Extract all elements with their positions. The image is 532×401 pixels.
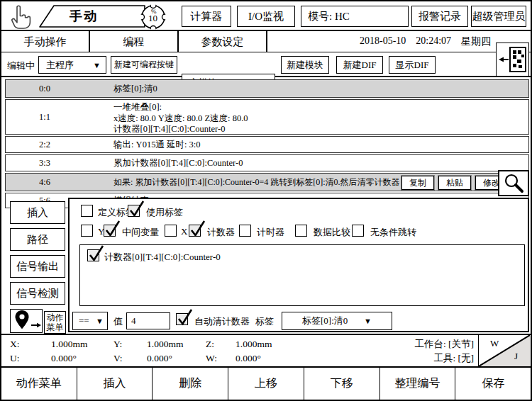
- use-label-checkbox[interactable]: [128, 205, 140, 217]
- program-row[interactable]: 1:1 一堆堆叠[0]: x速度: 80.0 Y速度: 80.0 Z速度: 80…: [5, 99, 529, 135]
- check-icon: [189, 220, 206, 239]
- move-up-button[interactable]: 上移: [228, 368, 304, 400]
- datetime: 2018-05-10 20:24:07 星期四: [360, 35, 491, 48]
- renumber-button[interactable]: 整理编号: [380, 368, 456, 400]
- new-dif-button[interactable]: 新建DIF: [336, 56, 383, 74]
- row-text: 标签[0]:清0: [113, 83, 157, 95]
- program-step-list: 0:0 标签[0]:清0 1:1 一堆堆叠[0]: x速度: 80.0 Y速度:…: [5, 78, 529, 200]
- position-pin-button[interactable]: [10, 309, 43, 333]
- paste-button[interactable]: 粘贴: [438, 176, 471, 190]
- x-checkbox[interactable]: [165, 225, 177, 237]
- program-row[interactable]: 2:2 输出: Y015通 延时: 3:0: [5, 136, 529, 153]
- row-index: 1:1: [6, 100, 84, 134]
- save-button[interactable]: 保存: [455, 368, 531, 400]
- uncond-jump-text: 无条件跳转: [370, 226, 416, 239]
- uncond-jump-checkbox[interactable]: [352, 225, 364, 237]
- row-index: 2:2: [6, 137, 84, 152]
- model-field[interactable]: 模号: HC: [301, 6, 409, 27]
- use-label-text: 使用标签: [146, 206, 183, 219]
- value-input[interactable]: [126, 312, 170, 329]
- chevron-down-icon: ▼: [364, 317, 372, 325]
- frame-j-label: J: [514, 351, 518, 362]
- copy-button[interactable]: 复制: [401, 176, 434, 190]
- row-text: 如果: 累加计数器[0][T:4][C:0]:Counter-0=4 跳转到标签…: [113, 176, 400, 188]
- worktable-tool-status: 工作台: [关节] 工具: [无]: [414, 337, 474, 366]
- x-axis-value: 1.000mm: [51, 339, 87, 350]
- mode-label: 手动: [70, 8, 98, 25]
- speed-value: 10: [148, 13, 157, 24]
- insert-side-button[interactable]: 插入: [10, 201, 65, 224]
- arrow-to-grid-icon: [498, 45, 528, 74]
- program-dropdown[interactable]: 主程序 ▼: [38, 56, 106, 74]
- hand-icon: [7, 4, 34, 33]
- data-compare-checkbox[interactable]: [295, 225, 307, 237]
- date-text: 2018-05-10: [360, 35, 406, 48]
- row-line: 一堆堆叠[0]:: [113, 102, 248, 113]
- data-compare-text: 数据比较: [314, 226, 350, 239]
- program-row-selected[interactable]: 4:6 如果: 累加计数器[0][T:4][C:0]:Counter-0=4 跳…: [5, 173, 529, 191]
- show-dif-button[interactable]: 显示DIF: [389, 56, 436, 74]
- coord-frame-toggle[interactable]: W J: [478, 335, 529, 366]
- w-axis-value: 0.000°: [235, 353, 261, 364]
- row-text: 累加计数器[0][T:4][C:0]:Counter-0: [113, 157, 243, 169]
- dock-panel-button[interactable]: [496, 43, 529, 77]
- timer-checkbox[interactable]: [239, 225, 251, 237]
- chevron-down-icon: ▼: [96, 317, 104, 325]
- insert-button[interactable]: 插入: [77, 368, 153, 400]
- auto-clear-checkbox[interactable]: [176, 313, 188, 325]
- label-caption: 标签: [255, 315, 274, 328]
- v-axis-label: V:: [113, 353, 123, 364]
- program-dropdown-value: 主程序: [46, 59, 74, 72]
- counter-item-text: 计数器[0][T:4][C:0]:Counter-0: [104, 251, 221, 264]
- location-pin-icon: [12, 310, 42, 331]
- signal-detect-button[interactable]: 信号检测: [10, 282, 65, 305]
- tab-parameter-setting[interactable]: 参数设定: [179, 31, 267, 52]
- check-icon: [128, 200, 145, 219]
- z-axis-value: 1.000mm: [235, 339, 272, 350]
- action-menu-side-button[interactable]: 动作菜单: [44, 311, 66, 334]
- row-line: 计数器[0][T:4][C:0]:Counter-0: [113, 124, 248, 135]
- w-axis-label: W:: [206, 353, 217, 364]
- coordinate-status-bar: X: 1.000mm Y: 1.000mm Z: 1.000mm U: 0.00…: [1, 334, 531, 366]
- new-module-button[interactable]: 新建模块: [281, 56, 329, 74]
- action-menu-button[interactable]: 动作菜单: [1, 368, 77, 400]
- worktable-status: 工作台: [关节]: [414, 337, 474, 351]
- tab-programming[interactable]: 编程: [90, 31, 179, 52]
- counter-item-checkbox[interactable]: [87, 249, 99, 261]
- tool-status: 工具: [无]: [414, 351, 474, 366]
- zoom-button[interactable]: [498, 170, 529, 196]
- step-edit-panel: 定义标签 使用标签 Y 中间变量 X 计数器 计时器 数据比较 无条件跳转 计数…: [68, 198, 529, 332]
- u-axis-value: 0.000°: [51, 353, 77, 364]
- program-row[interactable]: 0:0 标签[0]:清0: [5, 79, 529, 98]
- operator-dropdown[interactable]: == ▼: [72, 312, 108, 330]
- io-monitor-button[interactable]: I/O监视: [237, 6, 295, 27]
- label-dropdown[interactable]: 标签[0]:清0 ▼: [282, 312, 392, 330]
- new-programmable-key-button[interactable]: 新建可编程按键: [111, 56, 177, 74]
- auto-clear-text: 自动清计数器: [194, 315, 250, 328]
- y-axis-label: Y:: [113, 339, 122, 350]
- row-line: x速度: 80.0 Y速度: 80.0 Z速度: 80.0: [113, 113, 248, 125]
- program-row[interactable]: 3:3 累加计数器[0][T:4][C:0]:Counter-0: [5, 154, 529, 171]
- counter-select-box: 计数器[0][T:4][C:0]:Counter-0: [79, 244, 525, 306]
- intermediate-var-checkbox[interactable]: [104, 225, 116, 237]
- delete-button[interactable]: 删除: [153, 368, 228, 400]
- row-text: 一堆堆叠[0]: x速度: 80.0 Y速度: 80.0 Z速度: 80.0 计…: [113, 102, 248, 135]
- tab-manual-operation[interactable]: 手动操作: [1, 31, 90, 52]
- define-label-checkbox[interactable]: [81, 205, 93, 217]
- move-down-button[interactable]: 下移: [304, 368, 380, 400]
- u-axis-label: U:: [10, 353, 20, 364]
- time-text: 20:24:07: [416, 35, 451, 48]
- timer-text: 计时器: [257, 226, 284, 239]
- admin-button[interactable]: 超级管理员: [471, 6, 526, 27]
- calculator-button[interactable]: 计算器: [182, 6, 231, 27]
- machine-control-screen: 手动 % 10 计算器 I/O监视 模号: HC 报警记录 超级管理员 手动操作…: [0, 0, 532, 401]
- y-checkbox[interactable]: [81, 225, 93, 237]
- signal-output-button[interactable]: 信号输出: [10, 255, 65, 278]
- alarm-record-button[interactable]: 报警记录: [411, 6, 468, 27]
- path-button[interactable]: 路径: [10, 228, 65, 251]
- chevron-down-icon: ▼: [93, 61, 101, 69]
- check-icon: [104, 220, 121, 239]
- bottom-button-bar: 动作菜单 插入 删除 上移 下移 整理编号 保存: [1, 366, 531, 400]
- counter-checkbox[interactable]: [189, 225, 201, 237]
- edit-toolbar: 编辑中 主程序 ▼ 新建可编程按键 主模块 ▼ 新建模块 新建DIF 显示DIF: [1, 53, 531, 77]
